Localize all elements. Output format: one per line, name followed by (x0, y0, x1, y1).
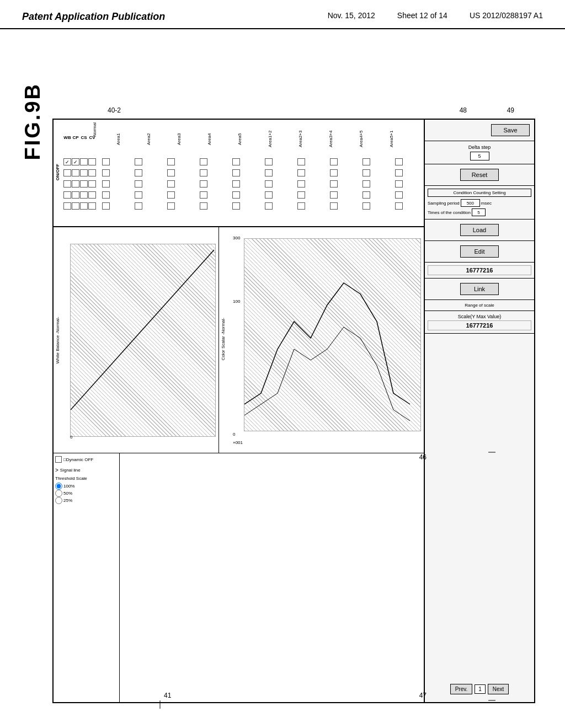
cb-a51-r5[interactable] (395, 202, 403, 210)
cb-cs-4[interactable] (80, 191, 88, 199)
sampling-period-input[interactable] (461, 199, 480, 207)
cb-cs-5[interactable] (80, 202, 88, 210)
cb-cp-5[interactable] (72, 202, 79, 210)
header-meta: Nov. 15, 2012 Sheet 12 of 14 US 2012/028… (328, 11, 543, 20)
cb-a1-r4[interactable] (102, 191, 110, 199)
threshold-25: 25% (55, 497, 118, 504)
cb-a3-r1[interactable] (167, 158, 175, 165)
cb-a2-r5[interactable] (135, 202, 142, 210)
cb-a34-r5[interactable] (330, 202, 338, 210)
threshold-100-radio[interactable] (55, 483, 62, 490)
cb-a1-r1[interactable] (102, 158, 110, 165)
cb-a34-r2[interactable] (330, 169, 338, 176)
cb-a2-r2[interactable] (135, 169, 142, 176)
cb-row-2 (63, 169, 403, 176)
cb-cp-1[interactable]: ✓ (72, 158, 79, 165)
cb-a4-r4[interactable] (200, 191, 207, 199)
cb-a45-r2[interactable] (363, 169, 370, 176)
cb-a5-r3[interactable] (232, 180, 240, 188)
cb-cv-1[interactable] (88, 158, 96, 165)
delta-step-input[interactable] (470, 152, 489, 160)
cb-a23-r1[interactable] (297, 158, 305, 165)
cb-wb-4[interactable] (63, 191, 71, 199)
cb-a23-r2[interactable] (297, 169, 305, 176)
cb-cv-2[interactable] (88, 169, 96, 176)
cb-a2-r4[interactable] (135, 191, 142, 199)
cb-wb-3[interactable] (63, 180, 71, 188)
cb-a4-r2[interactable] (200, 169, 207, 176)
cb-a23-r3[interactable] (297, 180, 305, 188)
svg-line-3 (71, 250, 214, 410)
cb-cv-3[interactable] (88, 180, 96, 188)
cb-a2-r1[interactable] (135, 158, 142, 165)
right-panel: Save Delta step Reset Condition Counting… (424, 120, 534, 703)
cb-a3-r2[interactable] (167, 169, 175, 176)
link-button[interactable]: Link (460, 283, 499, 295)
cb-a34-r3[interactable] (330, 180, 338, 188)
edit-button[interactable]: Edit (460, 245, 499, 258)
cb-cv-4[interactable] (88, 191, 96, 199)
times-input[interactable] (472, 208, 486, 216)
cb-a4-r5[interactable] (200, 202, 207, 210)
dynamic-off-checkbox[interactable] (55, 456, 62, 463)
cb-cv-5[interactable] (88, 202, 96, 210)
next-button[interactable]: Next (488, 684, 509, 694)
cb-a12-r1[interactable] (265, 158, 273, 165)
cb-a45-r4[interactable] (363, 191, 370, 199)
cb-a1-r5[interactable] (102, 202, 110, 210)
cb-a34-r4[interactable] (330, 191, 338, 199)
wb-chart-label: White Balance -Normal- (55, 317, 60, 364)
cb-a51-r3[interactable] (395, 180, 403, 188)
cb-cs-2[interactable] (80, 169, 88, 176)
cb-a45-r5[interactable] (363, 202, 370, 210)
cb-a1-r3[interactable] (102, 180, 110, 188)
cb-a12-r2[interactable] (265, 169, 273, 176)
cb-cs-3[interactable] (80, 180, 88, 188)
cb-a4-r3[interactable] (200, 180, 207, 188)
save-button[interactable]: Save (491, 124, 530, 136)
cb-cp-3[interactable] (72, 180, 79, 188)
prev-button[interactable]: Prev. (450, 684, 473, 694)
cb-a45-r1[interactable] (363, 158, 370, 165)
area-header-2: Area2 (134, 122, 164, 156)
cb-wb-5[interactable] (63, 202, 71, 210)
cb-a45-r3[interactable] (363, 180, 370, 188)
condition-section: Condition Counting Setting Sampling peri… (425, 186, 534, 220)
threshold-25-radio[interactable] (55, 497, 62, 504)
on-off-label: ON/OFF (55, 164, 60, 180)
load-button[interactable]: Load (460, 224, 499, 236)
cb-a5-r2[interactable] (232, 169, 240, 176)
cb-a51-r2[interactable] (395, 169, 403, 176)
cb-a12-r5[interactable] (265, 202, 273, 210)
cb-a3-r3[interactable] (167, 180, 175, 188)
cb-a12-r4[interactable] (265, 191, 273, 199)
cb-wb-2[interactable] (63, 169, 71, 176)
cb-cp-4[interactable] (72, 191, 79, 199)
cb-wb-1[interactable]: ✓ (63, 158, 71, 165)
cb-a34-r1[interactable] (330, 158, 338, 165)
cb-a23-r4[interactable] (297, 191, 305, 199)
cb-cp-2[interactable] (72, 169, 79, 176)
cb-a4-r1[interactable] (200, 158, 207, 165)
threshold-label: Threshold Scale (55, 476, 118, 481)
cb-cs-1[interactable] (80, 158, 88, 165)
wb-chart-svg (71, 244, 215, 436)
save-section: Save (425, 120, 534, 141)
area-header-3: Area3 (164, 122, 194, 156)
reset-button[interactable]: Reset (460, 169, 499, 181)
cb-a1-r2[interactable] (102, 169, 110, 176)
cb-a5-r4[interactable] (232, 191, 240, 199)
cb-a5-r1[interactable] (232, 158, 240, 165)
delta-step-label: Delta step (428, 144, 531, 150)
cb-a51-r4[interactable] (395, 191, 403, 199)
cb-a2-r3[interactable] (135, 180, 142, 188)
cb-a23-r5[interactable] (297, 202, 305, 210)
wb-y-zero: 0 (70, 435, 72, 440)
cb-a51-r1[interactable] (395, 158, 403, 165)
cb-a3-r4[interactable] (167, 191, 175, 199)
cb-a3-r5[interactable] (167, 202, 175, 210)
threshold-50-radio[interactable] (55, 490, 62, 497)
cb-a12-r3[interactable] (265, 180, 273, 188)
page-number: 1 (475, 684, 486, 694)
cb-a5-r5[interactable] (232, 202, 240, 210)
